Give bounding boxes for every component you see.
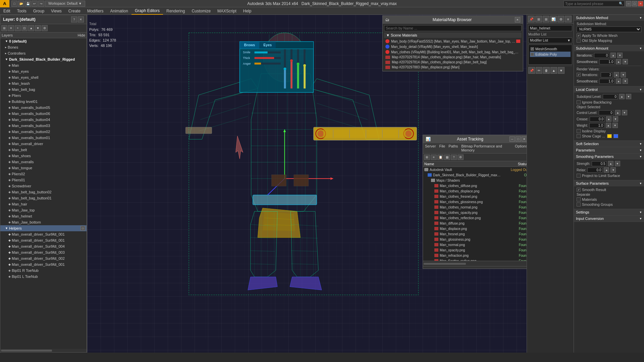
layer-item[interactable]: ◈Man_overalls_button06 (0, 111, 87, 117)
layer-item[interactable]: ◈Man_overalls_button01 (0, 135, 87, 141)
at-item[interactable]: Man_Scatter_radius.png Found (423, 258, 527, 261)
mod-edit-btn[interactable]: ✏ (536, 67, 542, 74)
smoothing-groups-checkbox[interactable] (577, 202, 581, 206)
layer-settings[interactable]: ⚙ (42, 25, 48, 31)
menu-animation[interactable]: Animation (107, 7, 131, 15)
at-close[interactable]: ✕ (522, 136, 527, 142)
menu-edit[interactable]: Edit (0, 7, 14, 15)
render-iter-down[interactable]: ▼ (621, 72, 626, 77)
layer-item[interactable]: ◈Pliers01 (0, 177, 87, 183)
layer-item[interactable]: ◈Man_hair (0, 201, 87, 207)
at-item[interactable]: Man_clothes_fresnel.png Found (423, 194, 527, 199)
weight-input[interactable] (589, 123, 604, 128)
layer-item[interactable]: ◈Man_belt_bag (0, 86, 87, 93)
undo-button[interactable]: ↩ (32, 1, 38, 7)
relax-down[interactable]: ▼ (610, 167, 616, 173)
layer-item[interactable]: ▸Bones (0, 44, 87, 50)
subobj-down[interactable]: ▼ (626, 94, 631, 99)
layer-item[interactable]: ◈Man_Jaw_bottom (0, 219, 87, 225)
layer-item[interactable]: ◈Man_eyes (0, 68, 87, 74)
materials-checkbox[interactable] (577, 197, 581, 201)
strength-up[interactable]: ▲ (608, 161, 613, 166)
layer-item[interactable]: ◈Man_overalls_button05 (0, 105, 87, 111)
at-item[interactable]: Man_diffuse.png Found (423, 221, 527, 226)
layer-move-down[interactable]: ▼ (35, 25, 41, 31)
input-conversion-header[interactable]: Input Conversion (574, 216, 644, 222)
menu-help[interactable]: Help (240, 7, 255, 15)
at-item[interactable]: Man_clothes_glossiness.png Found (423, 199, 527, 204)
layer-item[interactable]: ◈Man_helmet (0, 213, 87, 219)
minimize-button[interactable]: ─ (626, 1, 631, 6)
crease-down[interactable]: ▼ (613, 116, 618, 122)
smoothness-input[interactable] (599, 59, 614, 64)
layer-item[interactable]: ◈Man (0, 62, 87, 68)
at-menu-options[interactable]: Options (515, 144, 527, 153)
layer-item[interactable]: ◈Pliers (0, 93, 87, 99)
at-item[interactable]: Man_clothes_reflection.png Found (423, 215, 527, 221)
at-item[interactable]: Dark_Skinned_Black_Builder_Rigged_max_vr… (423, 172, 527, 178)
at-item[interactable]: Man_refraction.png Found (423, 253, 527, 258)
render-sm-down[interactable]: ▼ (623, 78, 628, 84)
layer-panel-question[interactable]: ? (71, 16, 77, 22)
layer-add[interactable]: + (15, 25, 21, 31)
layer-item[interactable]: ◆Man_overall_driver_SurfAtt_001 (0, 231, 87, 237)
save-button[interactable]: 💾 (25, 1, 31, 7)
relax-up[interactable]: ▲ (604, 167, 609, 173)
menu-maxscript[interactable]: MAXScript (214, 7, 240, 15)
at-btn3[interactable]: 📋 (437, 155, 443, 160)
at-menu-bitmap[interactable]: Bitmap Performance and Memory (461, 144, 512, 153)
weight-up[interactable]: ▲ (606, 123, 611, 128)
apply-whole-mesh-checkbox[interactable]: ✓ (577, 34, 581, 38)
at-item[interactable]: Man_fresnel.png Found (423, 231, 527, 237)
layer-item[interactable]: ▼Dark_Skinned_Black_Builder_Rigged (0, 56, 87, 62)
maximize-button[interactable]: □ (632, 1, 637, 6)
mod-icon-2[interactable]: ⊞ (535, 16, 542, 22)
modifier-entry-editpoly[interactable]: Editable Poly (530, 52, 571, 57)
smoothness-down[interactable]: ▼ (623, 59, 628, 64)
layer-new[interactable]: ⊞ (1, 25, 7, 31)
at-item[interactable]: Man_clothes_normal.png Found (423, 204, 527, 210)
old-style-mapping-checkbox[interactable] (577, 39, 581, 43)
at-horizontal-scrollbar[interactable] (423, 261, 527, 266)
open-button[interactable]: 📂 (18, 1, 24, 7)
mat-item[interactable]: Man_body_detail (VRayMtl) [Man_eyes_shel… (384, 44, 522, 49)
layer-item[interactable]: ◈Man_Jaw_top (0, 207, 87, 213)
mod-up-btn[interactable]: ▲ (550, 67, 557, 74)
layer-item[interactable]: ◈Man_overalls (0, 159, 87, 165)
mat-item[interactable]: Map #2070297883 (Man_displace.png) [Man] (384, 65, 522, 70)
mod-pin-btn[interactable]: 📌 (528, 67, 535, 74)
control-level-input[interactable] (599, 110, 614, 115)
menu-modifiers[interactable]: Modifiers (84, 7, 107, 15)
search-input[interactable] (565, 2, 619, 6)
mat-item[interactable]: Man_body (VRayFastSSS2) [Man, Man_eyes, … (384, 39, 522, 44)
crease-up[interactable]: ▲ (606, 116, 611, 122)
at-item[interactable]: Man_displace.png Found (423, 226, 527, 231)
menu-create[interactable]: Create (65, 7, 84, 15)
modifier-checkbox[interactable] (531, 53, 534, 56)
layer-item[interactable]: ◆Man_overall_driver_SurfAtt_001 (0, 237, 87, 243)
redo-button[interactable]: ↪ (38, 1, 44, 7)
at-menu-file[interactable]: File (439, 144, 445, 153)
layer-item-helpers[interactable]: ▼Helpers □ (0, 225, 87, 231)
layer-item[interactable]: ◈Man_overall_driver (0, 141, 87, 147)
at-btn-help[interactable]: ? (451, 155, 457, 160)
at-body[interactable]: Autodesk Vault Logged Out Dark_Skinned_B… (423, 167, 527, 261)
local-control-header[interactable]: Local Control (574, 86, 644, 93)
layer-item[interactable]: ▼0 (default) (0, 38, 87, 44)
render-iterations-input[interactable] (601, 72, 612, 77)
layer-item[interactable]: ◈Man_belt (0, 147, 87, 153)
subobject-input[interactable] (603, 94, 618, 99)
modifier-list-dropdown[interactable]: Modifier List ▼ (528, 38, 572, 43)
layer-item[interactable]: ◈Man_overalls_button02 (0, 129, 87, 135)
app-logo[interactable]: A (0, 0, 9, 7)
at-btn4[interactable]: ▦ (444, 155, 450, 160)
at-btn1[interactable]: ⊞ (424, 155, 430, 160)
layer-item[interactable]: ◆Man_overall_driver_SurfAtt_001 (0, 261, 87, 267)
layer-delete[interactable]: ✕ (8, 25, 14, 31)
isoline-checkbox[interactable] (577, 129, 581, 133)
layer-item[interactable]: ◈Bip01 L ToeNub (0, 274, 87, 280)
new-button[interactable]: □ (11, 1, 17, 7)
menu-rendering[interactable]: Rendering (163, 7, 188, 15)
crease-input[interactable] (590, 117, 605, 122)
smoothing-params-header[interactable]: Smoothing Parameters (574, 154, 644, 160)
